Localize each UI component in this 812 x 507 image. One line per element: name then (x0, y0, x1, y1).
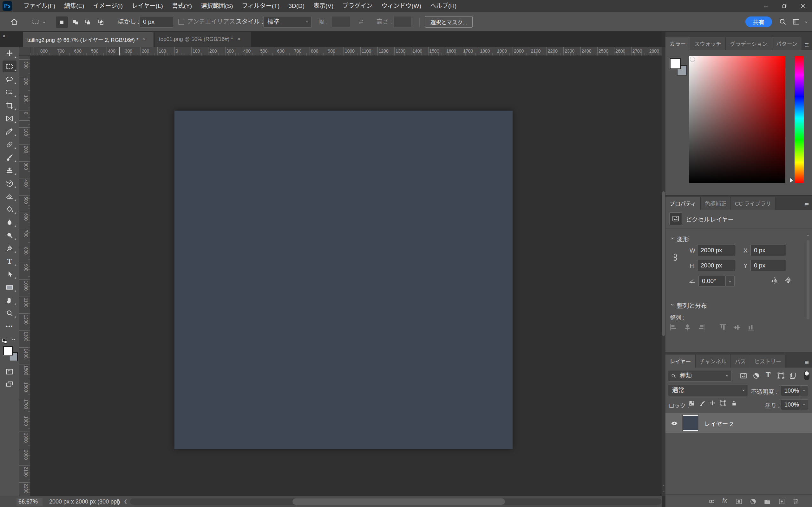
tab-color[interactable]: カラー (665, 37, 690, 50)
clone-stamp-tool[interactable] (0, 164, 19, 177)
align-left-icon[interactable] (669, 323, 677, 331)
status-expander-icon[interactable]: ❯ (117, 498, 121, 506)
rectangle-tool[interactable] (0, 281, 19, 294)
align-center-horizontal-icon[interactable] (683, 323, 692, 331)
fill-input[interactable]: 100% (781, 399, 800, 410)
tab-cc-libraries[interactable]: CC ライブラリ (731, 197, 775, 210)
style-select[interactable]: 標準 (263, 16, 311, 27)
intersect-selection-icon[interactable] (95, 16, 107, 28)
tab-adjustments[interactable]: 色調補正 (701, 197, 731, 210)
align-section-title[interactable]: 整列と分布 (677, 301, 707, 309)
rectangular-marquee-tool[interactable] (0, 60, 19, 73)
eyedropper-tool[interactable] (0, 125, 19, 138)
panel-scrollbar-thumb[interactable] (807, 240, 809, 320)
scrollbar-thumb[interactable] (662, 191, 665, 336)
scroll-up-icon[interactable] (662, 484, 665, 488)
tab-gradients[interactable]: グラデーション (726, 37, 772, 50)
document-tab-active[interactable]: tailing2.png @ 66.7% (レイヤー 2, RGB/16#) *… (23, 32, 154, 47)
menu-item[interactable]: イメージ(I) (89, 0, 128, 12)
select-and-mask-button[interactable]: 選択とマスク... (425, 16, 473, 27)
align-right-icon[interactable] (697, 323, 705, 331)
eraser-tool[interactable] (0, 190, 19, 203)
path-selection-tool[interactable] (0, 268, 19, 281)
menu-item[interactable]: 書式(Y) (167, 0, 196, 12)
layer-visibility-eye-icon[interactable] (670, 419, 678, 427)
dodge-tool[interactable] (0, 229, 19, 242)
height-input[interactable]: 2000 px (697, 260, 736, 271)
flip-horizontal-icon[interactable] (770, 276, 778, 285)
minimize-button[interactable] (757, 0, 775, 12)
scroll-left-icon[interactable]: ❮ (124, 499, 128, 504)
scrollbar-thumb[interactable] (293, 498, 505, 505)
hand-tool[interactable] (0, 294, 19, 307)
chevron-down-icon[interactable] (670, 302, 675, 307)
y-input[interactable]: 0 px (751, 260, 786, 271)
crop-tool[interactable] (0, 99, 19, 112)
tab-history[interactable]: ヒストリー (750, 354, 786, 368)
color-picker-ring[interactable] (690, 57, 695, 61)
antialias-checkbox[interactable] (178, 19, 184, 25)
lock-artboard-icon[interactable] (719, 400, 726, 406)
filtering-toggle[interactable] (804, 371, 809, 380)
paint-bucket-tool[interactable] (0, 203, 19, 216)
workspace-icon[interactable] (792, 18, 800, 26)
opacity-input[interactable]: 100% (781, 385, 800, 396)
vertical-scrollbar[interactable] (662, 47, 665, 496)
tab-swatches[interactable]: スウォッチ (690, 37, 726, 50)
width-input[interactable] (332, 16, 350, 27)
menu-item[interactable]: 3D(D) (284, 0, 309, 12)
zoom-tool[interactable] (0, 307, 19, 320)
filter-smart-objects-icon[interactable] (789, 372, 797, 380)
layer-name[interactable]: レイヤー 2 (704, 419, 733, 428)
default-colors-icon[interactable] (1, 338, 8, 345)
horizontal-scrollbar[interactable] (130, 498, 662, 505)
flip-vertical-icon[interactable] (784, 276, 792, 285)
panel-menu-icon[interactable]: ≡ (805, 202, 809, 208)
lock-transparent-pixels-icon[interactable] (688, 400, 695, 406)
tab-properties[interactable]: プロパティ (665, 197, 701, 210)
document-canvas[interactable] (174, 111, 513, 449)
new-group-folder-icon[interactable] (763, 498, 771, 505)
pen-tool[interactable] (0, 242, 19, 255)
layer-row-selected[interactable]: レイヤー 2 (665, 413, 812, 433)
foreground-color-swatch[interactable] (3, 346, 13, 355)
panel-menu-icon[interactable]: ≡ (805, 359, 809, 366)
document-tab[interactable]: top01.png @ 50% (RGB/16#) * × (154, 32, 251, 47)
search-icon[interactable] (779, 18, 786, 26)
filter-shape-layers-icon[interactable] (777, 372, 785, 380)
new-layer-icon[interactable] (778, 498, 785, 505)
screen-mode-icon[interactable] (5, 380, 14, 389)
link-layers-icon[interactable] (708, 498, 715, 505)
scroll-down-icon[interactable] (662, 490, 665, 493)
swap-dimensions-icon[interactable] (357, 18, 365, 26)
tab-paths[interactable]: パス (731, 354, 750, 368)
quick-mask-icon[interactable] (5, 368, 14, 376)
share-button[interactable]: 共有 (745, 16, 772, 27)
type-tool[interactable]: T (0, 255, 19, 268)
subtract-selection-icon[interactable] (82, 16, 94, 28)
move-tool[interactable] (0, 47, 19, 60)
saturation-brightness-field[interactable] (689, 56, 785, 183)
foreground-color-swatch[interactable] (670, 58, 681, 69)
angle-input[interactable]: 0.00° (699, 276, 726, 286)
close-button[interactable] (794, 0, 812, 12)
menu-item[interactable]: 選択範囲(S) (196, 0, 237, 12)
link-dimensions-icon[interactable] (671, 250, 679, 264)
height-input[interactable] (393, 16, 412, 27)
add-layer-mask-icon[interactable] (735, 498, 743, 505)
tool-preset-chevron-icon[interactable] (42, 20, 46, 24)
blur-tool[interactable] (0, 216, 19, 229)
x-input[interactable]: 0 px (751, 245, 786, 256)
edit-toolbar-ellipsis-icon[interactable]: ••• (0, 320, 19, 333)
toolbar-collapse-icon[interactable]: » (3, 33, 5, 39)
menu-item[interactable]: フィルター(T) (237, 0, 284, 12)
close-tab-icon[interactable]: × (238, 37, 241, 42)
brush-tool[interactable] (0, 151, 19, 164)
blend-mode-select[interactable]: 通常 (668, 385, 748, 396)
panel-scroll-up-icon[interactable] (806, 233, 810, 237)
filter-pixel-layers-icon[interactable] (740, 372, 747, 380)
history-brush-tool[interactable] (0, 177, 19, 190)
add-selection-icon[interactable] (69, 16, 82, 28)
transform-section-title[interactable]: 変形 (677, 234, 689, 243)
opacity-chevron-icon[interactable] (800, 385, 808, 396)
